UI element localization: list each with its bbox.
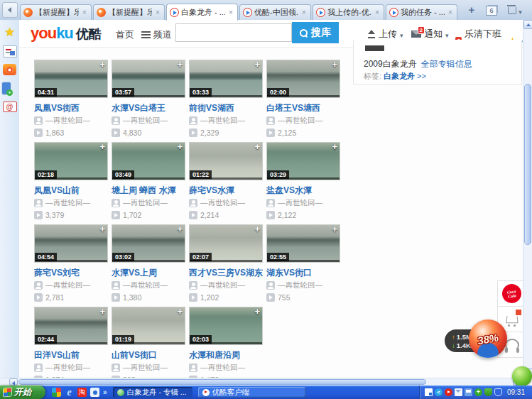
tag-link[interactable]: 白象龙舟 [384, 72, 415, 80]
tab-close-button[interactable]: × [154, 9, 161, 16]
new-tab-button[interactable]: + [463, 2, 480, 18]
tab-list-button[interactable]: 6 [483, 4, 500, 18]
recently-closed-button[interactable] [504, 4, 526, 18]
browser-tab-1[interactable]: 【新提醒】乐... × [20, 4, 92, 20]
mobile-add-icon[interactable] [1, 82, 11, 95]
uploader-name[interactable]: —再世轮回— [45, 116, 90, 126]
uploader-name[interactable]: —再世轮回— [200, 280, 245, 290]
uploader-name[interactable]: —再世轮回— [45, 198, 90, 208]
video-title-link[interactable]: 前街VS湖西 [189, 103, 263, 113]
horizontal-scrollbar[interactable] [0, 378, 523, 386]
weibo-icon[interactable] [3, 64, 16, 75]
internet-explorer-icon[interactable]: e [65, 388, 74, 397]
taobao-icon[interactable]: 淘 [77, 388, 87, 397]
uploader-name[interactable]: —再世轮回— [200, 198, 245, 208]
browser-tab-4[interactable]: 优酷-中国领... × [239, 4, 311, 20]
cocacola-widget[interactable]: CocaCola [497, 280, 526, 307]
window-tray-icon[interactable] [465, 388, 472, 396]
accelerator-ball[interactable]: 38% [469, 319, 507, 358]
ime-tray-icon[interactable] [425, 388, 433, 396]
video-thumbnail[interactable]: 02:55 [266, 224, 340, 263]
scroll-left-button[interactable] [9, 378, 18, 386]
nav-channels-link[interactable]: 频道 [141, 28, 172, 41]
browser-tab-2[interactable]: 【新提醒】乐... × [93, 4, 165, 20]
nav-home-link[interactable]: 首页 [116, 28, 134, 41]
album-all-info-link[interactable]: 全部专辑信息 [421, 59, 472, 69]
video-thumbnail[interactable]: 03:29 [266, 142, 340, 180]
video-thumbnail[interactable]: 03:33 [189, 60, 263, 98]
browser-tab-5[interactable]: 我上传的-优... × [313, 4, 384, 20]
mail-tray-icon[interactable] [455, 388, 462, 396]
youku-tray-icon[interactable] [445, 388, 452, 396]
video-thumbnail[interactable]: 01:22 [189, 142, 263, 180]
taskbar-window-youku-album[interactable]: 白象龙舟 - 专辑 ... [113, 387, 192, 398]
video-thumbnail[interactable]: 04:54 [34, 224, 108, 263]
video-title-link[interactable]: 塘上周 蝉西 水潭 [112, 185, 185, 195]
tab-close-button[interactable]: × [374, 9, 381, 16]
nav-circle-tray-icon[interactable]: < [435, 388, 443, 396]
tab-close-button[interactable]: × [227, 9, 234, 16]
video-thumbnail[interactable]: 03:57 [112, 60, 185, 98]
tab-close-button[interactable]: × [447, 9, 454, 16]
taskbar-window-youku-client[interactable]: 优酷客户端 [198, 387, 306, 398]
uploader-name[interactable]: —再世轮回— [278, 116, 322, 126]
news-icon[interactable] [3, 45, 17, 58]
video-thumbnail[interactable]: 01:19 [112, 307, 185, 345]
video-title-link[interactable]: 湖东VS街口 [266, 268, 340, 278]
video-thumbnail[interactable]: 02:07 [189, 224, 263, 263]
browser-tab-3-active[interactable]: 白象龙舟 - ... × [166, 4, 238, 21]
video-thumbnail[interactable]: 02:00 [266, 60, 340, 98]
floating-green-ball[interactable] [512, 366, 532, 386]
messenger-icon[interactable] [90, 388, 99, 397]
video-title-link[interactable]: 水潭VS上周 [112, 268, 185, 278]
colorful-grid-icon[interactable] [52, 388, 61, 397]
video-title-link[interactable]: 水潭和唐沿周 [189, 350, 263, 360]
horizontal-scroll-thumb[interactable] [18, 379, 426, 385]
mail-at-icon[interactable]: @ [3, 102, 17, 112]
shield-tray-icon[interactable] [484, 388, 492, 396]
video-thumbnail[interactable]: 02:18 [34, 142, 108, 180]
video-title-link[interactable]: 凤凰VS山前 [34, 185, 108, 195]
video-title-link[interactable]: 薛宅VS水潭 [189, 185, 263, 195]
video-thumbnail[interactable]: 04:31 [34, 60, 108, 98]
uploader-name[interactable]: —再世轮回— [278, 198, 322, 208]
video-title-link[interactable]: 山前VS街口 [112, 350, 185, 360]
uploader-name[interactable]: —再世轮回— [123, 280, 168, 290]
panel-collapse-button[interactable] [2, 2, 18, 18]
uploader-name[interactable]: —再世轮回— [278, 280, 322, 290]
uploader-name[interactable]: —再世轮回— [123, 198, 168, 208]
favorites-star-icon[interactable]: ★ [3, 26, 17, 39]
green-plus-tray-icon[interactable]: + [474, 388, 482, 396]
search-input[interactable] [176, 24, 291, 41]
scroll-up-button[interactable] [523, 20, 532, 29]
video-title-link[interactable]: 盐盘VS水潭 [266, 185, 340, 195]
shield-outline-tray-icon[interactable] [494, 388, 502, 396]
uploader-name[interactable]: —再世轮回— [123, 116, 168, 126]
search-button[interactable]: 搜库 [292, 22, 339, 43]
uploader-name[interactable]: —再世轮回— [45, 280, 90, 290]
uploader-name[interactable]: —再世轮回— [200, 363, 245, 373]
tab-close-button[interactable]: × [81, 9, 88, 16]
video-thumbnail[interactable]: 03:02 [112, 224, 185, 263]
video-thumbnail[interactable]: 02:03 [189, 307, 263, 345]
quick-launch-more[interactable]: » [103, 388, 107, 397]
video-thumbnail[interactable]: 02:44 [34, 307, 108, 345]
video-thumbnail[interactable]: 03:49 [112, 142, 185, 180]
browser-tab-6[interactable]: 我的任务 - ... × [386, 4, 457, 20]
start-button[interactable]: 开始 [0, 386, 45, 399]
tab-close-button[interactable]: × [300, 9, 308, 16]
uploader-name[interactable]: —再世轮回— [123, 363, 168, 373]
vertical-scrollbar[interactable] [523, 20, 532, 378]
upload-menu[interactable]: 上传 [367, 28, 403, 40]
video-title-link[interactable]: 薛宅VS刘宅 [34, 268, 108, 278]
uploader-name[interactable]: —再世轮回— [45, 363, 90, 373]
vertical-scroll-thumb[interactable] [524, 84, 531, 245]
youku-logo[interactable]: youku优酷 [31, 25, 102, 43]
video-title-link[interactable]: 白塔王VS塘西 [266, 103, 340, 113]
video-title-link[interactable]: 水潭VS白塔王 [112, 103, 185, 113]
video-title-link[interactable]: 西才VS三房VS湖东 [189, 268, 263, 278]
video-title-link[interactable]: 凤凰VS街西 [34, 103, 108, 113]
video-title-link[interactable]: 田洋VS山前 [34, 350, 108, 360]
notifications-menu[interactable]: 2 通知 [411, 28, 449, 40]
uploader-name[interactable]: —再世轮回— [200, 116, 245, 126]
